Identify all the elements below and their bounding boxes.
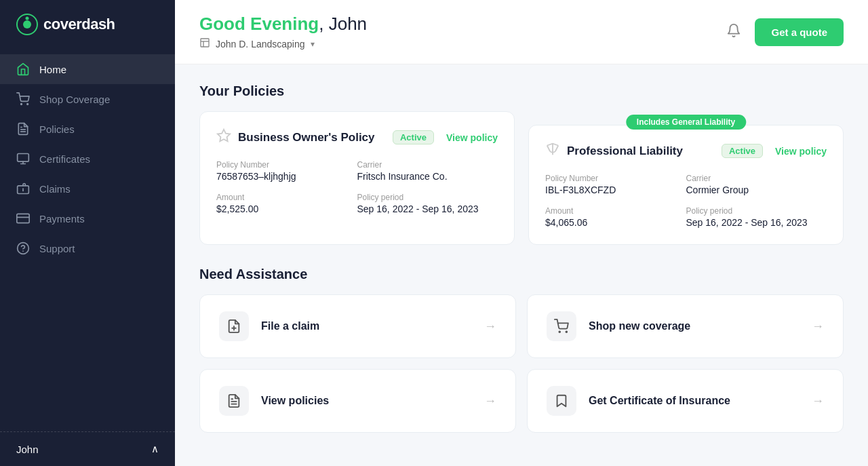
sidebar-item-label-claims: Claims: [39, 183, 71, 195]
policies-section-title: Your Policies: [199, 83, 844, 99]
svg-rect-17: [201, 39, 209, 47]
period-label-pl: Policy period: [686, 206, 827, 216]
sidebar-item-payments[interactable]: Payments: [0, 203, 175, 233]
policy-number-value-bop: 76587653–kljhghjg: [216, 171, 357, 182]
main-content: Good Evening, John John D. Landscaping ▾…: [175, 0, 868, 466]
file-plus-icon: [226, 319, 241, 334]
period-label-bop: Policy period: [357, 193, 498, 202]
sidebar-item-label-payments: Payments: [39, 213, 85, 225]
arrow-right-icon-view-policies: →: [484, 394, 496, 408]
amount-label-pl: Amount: [545, 206, 686, 216]
logo-text: coverdash: [43, 16, 115, 33]
shop-coverage-label: Shop new coverage: [589, 320, 800, 332]
company-chevron: ▾: [311, 39, 315, 49]
shop-icon: [16, 92, 30, 106]
scale-icon: [545, 142, 560, 160]
status-badge-bop: Active: [393, 130, 434, 144]
file-claim-icon-wrap: [219, 311, 249, 341]
assistance-card-shop-coverage[interactable]: Shop new coverage →: [527, 294, 844, 358]
period-value-pl: Sep 16, 2022 - Sep 16, 2023: [686, 217, 827, 228]
claims-icon: [16, 182, 30, 195]
policy-card-header-bop: Business Owner's Policy Active View poli…: [216, 128, 498, 147]
sidebar-item-home[interactable]: Home: [0, 54, 175, 84]
policies-grid: Business Owner's Policy Active View poli…: [199, 111, 844, 245]
svg-marker-20: [218, 130, 230, 141]
assistance-grid: File a claim → Shop new coverage → View …: [199, 294, 844, 433]
view-policy-link-pl[interactable]: View policy: [775, 146, 827, 157]
svg-point-24: [559, 331, 560, 332]
policy-number-value-pl: IBL-F3L8XCFZD: [545, 185, 686, 195]
home-icon: [16, 62, 30, 76]
header-left: Good Evening, John John D. Landscaping ▾: [199, 14, 367, 50]
carrier-value-bop: Fritsch Insurance Co.: [357, 171, 498, 182]
includes-badge: Includes General Liability: [626, 115, 746, 130]
get-certificate-icon-wrap: [547, 386, 576, 416]
get-quote-button[interactable]: Get a quote: [755, 18, 844, 46]
certificate-icon: [16, 152, 30, 166]
svg-point-1: [23, 20, 31, 28]
coverdash-logo-icon: [16, 14, 38, 35]
shop-coverage-icon-wrap: [547, 311, 576, 341]
sidebar-item-label-certificates: Certificates: [39, 153, 90, 165]
policy-name-bop: Business Owner's Policy: [238, 131, 386, 144]
company-row[interactable]: John D. Landscaping ▾: [199, 37, 367, 50]
arrow-right-icon-shop: →: [812, 319, 824, 334]
header-right: Get a quote: [724, 18, 844, 46]
greeting-name: , John: [319, 14, 367, 34]
arrow-right-icon-certificate: →: [812, 394, 824, 408]
svg-point-25: [566, 331, 567, 332]
amount-value-pl: $4,065.06: [545, 217, 686, 228]
sidebar-item-claims[interactable]: Claims: [0, 174, 175, 203]
period-value-bop: Sep 16, 2022 - Sep 16, 2023: [357, 203, 498, 214]
policy-card-pl: Includes General Liability Professional …: [528, 125, 844, 245]
amount-value-bop: $2,525.00: [216, 203, 357, 214]
sidebar-item-support[interactable]: Support: [0, 233, 175, 263]
sidebar-logo: coverdash: [0, 0, 175, 49]
svg-point-2: [26, 17, 29, 20]
carrier-value-pl: Cormier Group: [686, 185, 827, 195]
policy-card-bop: Business Owner's Policy Active View poli…: [199, 111, 515, 245]
status-badge-pl: Active: [722, 144, 763, 158]
sidebar-item-policies[interactable]: Policies: [0, 114, 175, 144]
sidebar: coverdash Home Shop Coverage Policies: [0, 0, 175, 466]
policy-fields-bop: Policy Number 76587653–kljhghjg Carrier …: [216, 160, 498, 214]
sidebar-item-label-policies: Policies: [39, 123, 75, 135]
arrow-right-icon-file-claim: →: [484, 319, 496, 334]
view-policies-icon-wrap: [219, 386, 249, 416]
carrier-label-pl: Carrier: [686, 174, 827, 183]
notification-bell-button[interactable]: [724, 20, 744, 44]
policy-card-header-pl: Professional Liability Active View polic…: [545, 142, 827, 160]
sidebar-item-label-home: Home: [39, 64, 66, 75]
sidebar-item-label-support: Support: [39, 243, 75, 254]
header: Good Evening, John John D. Landscaping ▾…: [175, 0, 868, 64]
svg-point-3: [21, 104, 22, 105]
sidebar-item-shop-coverage[interactable]: Shop Coverage: [0, 84, 175, 114]
building-icon: [199, 37, 210, 50]
assistance-card-view-policies[interactable]: View policies →: [199, 369, 516, 433]
support-icon: [16, 241, 30, 255]
sidebar-user-name: John: [16, 444, 39, 455]
company-name: John D. Landscaping: [216, 39, 305, 50]
policy-number-label-pl: Policy Number: [545, 174, 686, 183]
view-policy-link-bop[interactable]: View policy: [446, 132, 498, 143]
svg-rect-7: [18, 154, 29, 162]
assistance-card-get-certificate[interactable]: Get Certificate of Insurance →: [527, 369, 844, 433]
document-icon: [16, 122, 30, 136]
payments-icon: [16, 212, 30, 225]
content-area: Your Policies Business Owner's Policy Ac…: [175, 64, 868, 466]
sidebar-item-certificates[interactable]: Certificates: [0, 144, 175, 174]
amount-label-bop: Amount: [216, 193, 357, 202]
assistance-section-title: Need Assistance: [199, 267, 844, 282]
carrier-label-bop: Carrier: [357, 160, 498, 170]
assistance-card-file-claim[interactable]: File a claim →: [199, 294, 516, 358]
svg-point-4: [27, 104, 28, 105]
policy-fields-pl: Policy Number IBL-F3L8XCFZD Carrier Corm…: [545, 174, 827, 228]
policy-name-pl: Professional Liability: [567, 144, 715, 158]
sidebar-footer[interactable]: John ∧: [0, 431, 175, 466]
bookmark-icon: [554, 393, 569, 408]
policy-number-label-bop: Policy Number: [216, 160, 357, 170]
sidebar-nav: Home Shop Coverage Policies Certificates: [0, 49, 175, 431]
greeting: Good Evening, John: [199, 14, 367, 35]
file-claim-label: File a claim: [261, 320, 472, 332]
svg-rect-13: [17, 214, 29, 222]
